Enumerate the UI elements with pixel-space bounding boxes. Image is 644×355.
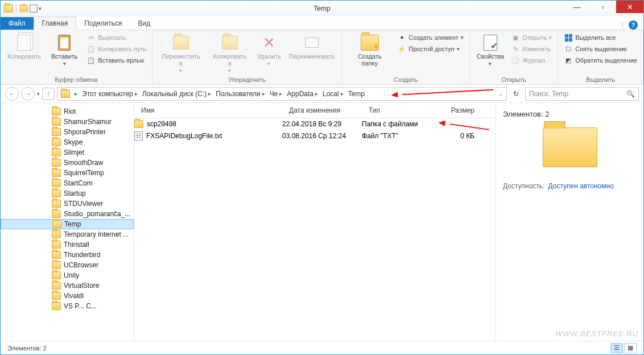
group-clipboard-label: Буфер обмена (5, 75, 147, 83)
tree-item[interactable]: Unity (1, 270, 134, 280)
folder-icon (52, 128, 61, 136)
tree-item-label: UCBrowser (64, 261, 98, 269)
properties-button[interactable]: ✔ Свойства▾ (474, 32, 506, 68)
ribbon-collapse-icon[interactable]: 〈 (617, 20, 624, 30)
group-select-label: Выделить (563, 75, 638, 83)
tree-item-label: Startup (64, 189, 86, 197)
easyaccess-button[interactable]: ⚡Простой доступ ▾ (396, 44, 465, 54)
crumb-1[interactable]: Локальный диск (C:)▸ (140, 90, 214, 98)
tree-item[interactable]: Riot (1, 106, 134, 117)
tab-view[interactable]: Вид (130, 17, 158, 30)
open-button[interactable]: ▣Открыть ▾ (510, 32, 553, 43)
tree-item[interactable]: StartCom (1, 178, 134, 188)
tree-item-label: StartCom (64, 179, 93, 187)
breadcrumb-expand-icon[interactable]: ⌄ (495, 91, 506, 97)
tree-item[interactable]: VS P... C... (1, 301, 134, 311)
tab-file[interactable]: Файл (1, 17, 34, 30)
col-size[interactable]: Размер (436, 106, 481, 114)
nav-history-icon[interactable]: ▾ (37, 91, 40, 97)
pasteshortcut-button[interactable]: 📋Вставить ярлык (85, 55, 147, 65)
titlebar: ▾ Temp — ▫ ✕ (1, 1, 643, 16)
folder-icon (52, 200, 61, 208)
selectnone-icon: ☐ (564, 44, 573, 53)
folder-icon (52, 118, 61, 126)
selectnone-button[interactable]: ☐Снять выделение (563, 44, 638, 54)
delete-button[interactable]: ✕ Удалить▾ (255, 32, 283, 68)
file-row[interactable]: FXSAPIDebugLogFile.txt03.08.2016 Ср 12:2… (134, 130, 496, 142)
tree-item[interactable]: ShporaPrinter (1, 127, 134, 137)
qat-properties-icon[interactable] (30, 5, 38, 13)
copypath-button[interactable]: 📋Копировать путь (85, 44, 147, 54)
crumb-2[interactable]: Пользователи▸ (213, 90, 267, 98)
tree-item[interactable]: STDUViewer (1, 199, 134, 209)
folder-icon (52, 292, 61, 300)
history-button[interactable]: 🕓Журнал (510, 55, 553, 65)
tree-item[interactable]: SmoothDraw (1, 158, 134, 168)
tree-item[interactable]: Thunderbird (1, 250, 134, 260)
tree-item[interactable]: Temp (1, 219, 134, 229)
ribbon: Копировать Вставить ▾ ✂Вырезать 📋Копиров… (1, 30, 643, 85)
nav-forward-button[interactable]: → (21, 87, 35, 101)
tree-item[interactable]: VirtualStore (1, 280, 134, 291)
tree-item[interactable]: UCBrowser (1, 260, 134, 270)
folder-icon (52, 159, 61, 167)
breadcrumb[interactable]: ▸ Этот компьютер▸ Локальный диск (C:)▸ П… (57, 87, 507, 101)
edit-button[interactable]: ✎Изменить (510, 44, 553, 54)
moveto-button[interactable]: Переместить в▾ (157, 32, 205, 75)
crumb-0[interactable]: Этот компьютер▸ (80, 90, 140, 98)
search-input[interactable]: Поиск: Temp🔍 (525, 87, 639, 101)
newitem-button[interactable]: ✦Создать элемент ▾ (396, 32, 465, 43)
col-type[interactable]: Тип (362, 106, 436, 114)
group-new-label: Создать (346, 75, 464, 83)
tree-item[interactable]: SquirrelTemp (1, 168, 134, 178)
tree-item-label: VS P... C... (64, 302, 97, 310)
tab-share[interactable]: Поделиться (76, 17, 130, 30)
open-icon: ▣ (511, 33, 520, 42)
group-open-label: Открыть (474, 75, 554, 83)
minimize-button[interactable]: — (564, 1, 590, 13)
folder-icon (52, 251, 61, 259)
tree-item[interactable]: Slimjet (1, 147, 134, 158)
availability-label: Доступность: (503, 182, 544, 190)
crumb-3[interactable]: Че▸ (267, 90, 285, 98)
selectall-button[interactable]: Выделить все (563, 32, 638, 43)
col-date[interactable]: Дата изменения (282, 106, 362, 114)
file-list: Имя Дата изменения Тип Размер scp2949822… (134, 103, 496, 341)
crumb-4[interactable]: AppData▸ (284, 90, 320, 98)
tree-item[interactable]: Thinstall (1, 240, 134, 250)
view-icons-button[interactable]: ▦ (624, 343, 637, 353)
view-details-button[interactable]: ☰ (610, 343, 623, 353)
column-headers[interactable]: Имя Дата изменения Тип Размер (134, 103, 496, 118)
col-name[interactable]: Имя (134, 106, 282, 114)
crumb-5[interactable]: Local▸ (320, 90, 346, 98)
nav-up-button[interactable]: ↑ (42, 88, 55, 100)
close-button[interactable]: ✕ (616, 1, 643, 13)
nav-back-button[interactable]: ← (5, 87, 19, 101)
newfolder-button[interactable]: Создать папку (346, 32, 393, 68)
tree-item[interactable]: Startup (1, 188, 134, 199)
tree-item[interactable]: Studio_pomaranča_... (1, 209, 134, 219)
tree-item[interactable]: Temporary Internet ... (1, 229, 134, 240)
qat-dropdown-icon[interactable]: ▾ (39, 6, 42, 11)
tree-item[interactable]: Vivaldi (1, 291, 134, 301)
qat-newfolder-icon[interactable] (20, 5, 28, 13)
folder-icon (52, 189, 61, 197)
help-icon[interactable]: ? (629, 20, 638, 30)
file-type: Папка с файлами (362, 120, 436, 128)
tree-item[interactable]: ShamurShamur (1, 117, 134, 127)
invertselect-button[interactable]: ◩Обратить выделение (563, 55, 638, 65)
copy-button[interactable]: Копировать (5, 32, 43, 61)
tab-home[interactable]: Главная (34, 16, 77, 30)
maximize-button[interactable]: ▫ (590, 1, 616, 13)
folder-icon (134, 120, 143, 128)
invert-icon: ◩ (564, 56, 573, 65)
tree-item-label: ShporaPrinter (64, 128, 106, 136)
cut-button[interactable]: ✂Вырезать (85, 32, 147, 43)
copyto-button[interactable]: Копировать в▾ (208, 32, 251, 75)
refresh-button[interactable]: ↻ (509, 88, 523, 100)
crumb-6[interactable]: Temp (346, 90, 367, 98)
paste-button[interactable]: Вставить ▾ (47, 32, 82, 68)
tree-item[interactable]: Skype (1, 137, 134, 147)
folder-tree[interactable]: RiotShamurShamurShporaPrinterSkypeSlimje… (1, 103, 134, 341)
rename-button[interactable]: Переименовать (287, 32, 337, 61)
